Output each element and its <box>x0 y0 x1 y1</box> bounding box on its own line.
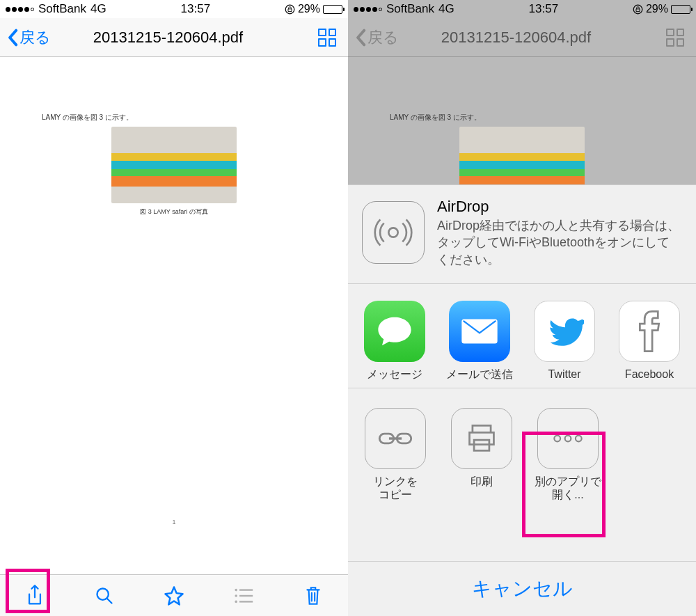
share-action-row: リンクを コピー 印刷 別のアプリで 開く... <box>348 388 696 508</box>
chevron-left-icon <box>355 29 366 47</box>
doc-heading: LAMY の画像を図 3 に示す。 <box>390 113 654 123</box>
signal-dots-icon <box>6 7 34 12</box>
app-label: Facebook <box>625 368 674 381</box>
airdrop-description: AirDrop経由でほかの人と共有する場合は、タップしてWi-FiやBlueto… <box>437 217 682 268</box>
battery-icon <box>323 5 342 14</box>
doc-heading: LAMY の画像を図 3 に示す。 <box>42 113 306 123</box>
doc-caption: 図 3 LAMY safari の写真 <box>42 207 306 216</box>
signal-dots-icon <box>354 7 382 12</box>
grid-icon <box>318 29 336 47</box>
document-content[interactable]: LAMY の画像を図 3 に示す。 図 3 LAMY safari の写真 1 <box>0 57 348 574</box>
share-sheet: AirDrop AirDrop経由でほかの人と共有する場合は、タップしてWi-F… <box>348 184 696 616</box>
svg-rect-7 <box>239 601 253 602</box>
facebook-icon <box>619 301 680 362</box>
phone-left: SoftBank 4G 13:57 29% 戻る 20131215-120604… <box>0 0 348 616</box>
battery-icon <box>671 5 690 14</box>
twitter-icon <box>534 301 595 362</box>
cancel-button[interactable]: キャンセル <box>348 561 696 616</box>
svg-rect-3 <box>239 589 253 590</box>
chevron-left-icon <box>7 29 18 47</box>
carrier-label: SoftBank <box>38 2 86 16</box>
doc-image-pens <box>111 127 237 203</box>
phone-right: SoftBank 4G 13:57 29% 戻る 20131215-120604… <box>348 0 696 616</box>
more-icon <box>537 408 599 469</box>
nav-bar: 戻る 20131215-120604.pdf <box>348 18 696 57</box>
svg-point-16 <box>576 436 582 442</box>
svg-point-8 <box>633 5 642 14</box>
carrier-label: SoftBank <box>386 2 434 16</box>
app-label: メールで送信 <box>446 368 513 381</box>
orientation-lock-icon <box>285 4 295 15</box>
network-label: 4G <box>438 2 454 16</box>
orientation-lock-icon <box>633 4 643 15</box>
trash-button[interactable] <box>302 585 324 607</box>
grid-icon <box>666 29 684 47</box>
status-bar: SoftBank 4G 13:57 29% <box>348 0 696 18</box>
action-copy-link[interactable]: リンクを コピー <box>361 408 430 501</box>
action-label: 別のアプリで 開く... <box>535 475 601 501</box>
list-button[interactable] <box>232 585 255 607</box>
page-number: 1 <box>172 519 175 526</box>
grid-button[interactable] <box>313 29 341 47</box>
app-label: メッセージ <box>367 368 422 381</box>
clock-label: 13:57 <box>181 2 211 16</box>
bottom-toolbar <box>0 574 348 616</box>
share-button[interactable] <box>24 585 46 607</box>
svg-rect-5 <box>239 594 253 596</box>
battery-pct-label: 29% <box>298 3 320 15</box>
action-label: 印刷 <box>470 475 493 488</box>
print-icon <box>451 408 512 469</box>
svg-point-9 <box>388 228 397 237</box>
action-label: リンクを コピー <box>373 475 418 501</box>
favorite-button[interactable] <box>163 585 185 607</box>
status-bar: SoftBank 4G 13:57 29% <box>0 0 348 18</box>
nav-bar: 戻る 20131215-120604.pdf <box>0 18 348 57</box>
mail-icon <box>449 301 510 362</box>
messages-icon <box>364 301 425 362</box>
airdrop-icon <box>362 201 425 264</box>
svg-point-14 <box>554 436 560 442</box>
link-icon <box>365 408 426 469</box>
svg-point-15 <box>565 436 571 442</box>
svg-point-0 <box>285 5 294 14</box>
action-open-in[interactable]: 別のアプリで 開く... <box>533 408 603 501</box>
clock-label: 13:57 <box>529 2 559 16</box>
share-app-twitter[interactable]: Twitter <box>530 301 599 381</box>
app-label: Twitter <box>548 368 580 381</box>
search-button[interactable] <box>93 585 116 607</box>
airdrop-title: AirDrop <box>437 198 682 216</box>
page-title: 20131215-120604.pdf <box>371 29 661 47</box>
svg-point-6 <box>235 600 237 603</box>
share-app-row: メッセージ メールで送信 Twitter <box>348 283 696 388</box>
svg-point-2 <box>235 588 237 591</box>
svg-point-4 <box>235 594 237 597</box>
grid-button[interactable] <box>661 29 689 47</box>
battery-pct-label: 29% <box>646 3 668 15</box>
action-print[interactable]: 印刷 <box>447 408 516 501</box>
network-label: 4G <box>90 2 106 16</box>
share-app-facebook[interactable]: Facebook <box>615 301 683 381</box>
svg-rect-13 <box>389 437 402 439</box>
page-title: 20131215-120604.pdf <box>23 29 313 47</box>
share-app-mail[interactable]: メールで送信 <box>445 301 514 381</box>
share-app-messages[interactable]: メッセージ <box>361 301 429 381</box>
airdrop-row[interactable]: AirDrop AirDrop経由でほかの人と共有する場合は、タップしてWi-F… <box>348 185 696 283</box>
